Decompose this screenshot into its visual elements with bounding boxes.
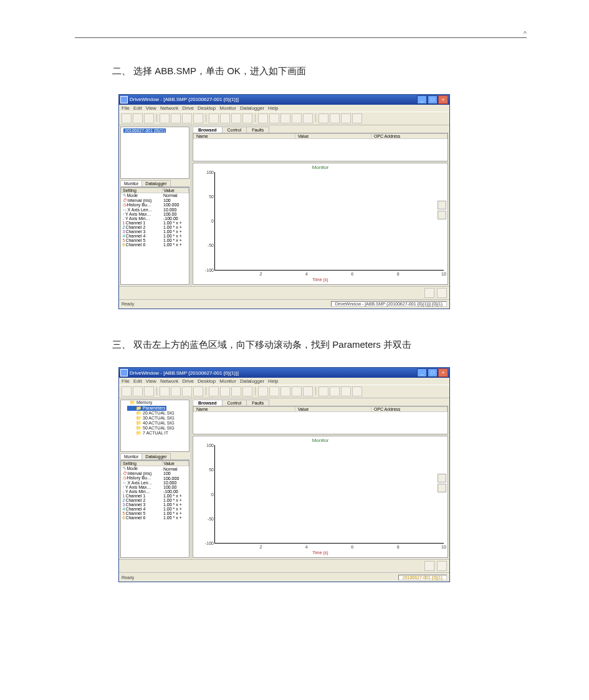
col-opc[interactable]: OPC Address bbox=[371, 133, 447, 138]
drive-tree[interactable]: Memory Parameters 20 ACTUAL SIG 30 ACTUA… bbox=[120, 400, 189, 452]
settings-grid[interactable]: SettingValue ModeNormal Interval (ms)100… bbox=[120, 187, 189, 285]
menu-drive[interactable]: Drive bbox=[182, 105, 194, 111]
menu-edit[interactable]: Edit bbox=[133, 378, 142, 384]
toolbar-button[interactable] bbox=[258, 113, 268, 123]
tab-datalogger[interactable]: Datalogger bbox=[141, 453, 170, 459]
toolbar-button[interactable] bbox=[258, 386, 268, 396]
menu-monitor[interactable]: Monitor bbox=[219, 105, 236, 111]
chart-zoom-button[interactable] bbox=[438, 474, 446, 482]
menu-desktop[interactable]: Desktop bbox=[198, 378, 216, 384]
menu-datalogger[interactable]: Datalogger bbox=[240, 378, 264, 384]
menu-datalogger[interactable]: Datalogger bbox=[240, 105, 264, 111]
tree-selected-node[interactable]: 20100627-001 {0}{1} bbox=[123, 128, 166, 133]
toolbar-button[interactable] bbox=[303, 386, 313, 396]
toolbar-button[interactable] bbox=[318, 386, 328, 396]
tab-browsed[interactable]: Browsed bbox=[193, 127, 223, 133]
menu-drive[interactable]: Drive bbox=[182, 378, 194, 384]
save-icon[interactable] bbox=[424, 288, 434, 298]
tree-node-parameters[interactable]: Parameters bbox=[127, 406, 166, 411]
close-button[interactable]: × bbox=[438, 95, 448, 104]
toolbar-button[interactable] bbox=[242, 113, 252, 123]
toolbar-button[interactable] bbox=[133, 386, 143, 396]
col-value[interactable]: Value bbox=[295, 133, 371, 138]
toolbar-button[interactable] bbox=[231, 113, 241, 123]
minimize-button[interactable]: _ bbox=[417, 95, 427, 104]
toolbar-button[interactable] bbox=[269, 113, 279, 123]
tab-faults[interactable]: Faults bbox=[246, 400, 269, 406]
toolbar-button[interactable] bbox=[231, 386, 241, 396]
toolbar-button[interactable] bbox=[122, 386, 132, 396]
toolbar-button[interactable] bbox=[171, 113, 181, 123]
tab-monitor[interactable]: Monitor bbox=[120, 180, 142, 186]
menu-monitor[interactable]: Monitor bbox=[219, 378, 236, 384]
toolbar-button[interactable] bbox=[280, 113, 290, 123]
toolbar-button[interactable] bbox=[341, 386, 351, 396]
toolbar-button[interactable] bbox=[220, 113, 230, 123]
save-icon[interactable] bbox=[424, 561, 434, 571]
tab-faults[interactable]: Faults bbox=[246, 127, 269, 133]
chart-zoom-button[interactable] bbox=[438, 201, 446, 209]
menu-desktop[interactable]: Desktop bbox=[198, 105, 216, 111]
drive-tree[interactable]: 20100627-001 {0}{1} bbox=[120, 127, 189, 179]
toolbar-button[interactable] bbox=[160, 386, 170, 396]
col-name[interactable]: Name bbox=[194, 133, 295, 138]
tab-control[interactable]: Control bbox=[222, 400, 247, 406]
chart-zoom-button[interactable] bbox=[438, 484, 446, 492]
titlebar[interactable]: DriveWindow - [ABB.SMP {20100627-001 {0}… bbox=[119, 95, 449, 105]
col-value[interactable]: Value bbox=[162, 188, 189, 193]
maximize-button[interactable]: □ bbox=[428, 95, 438, 104]
toolbar-button[interactable] bbox=[133, 113, 143, 123]
toolbar-button[interactable] bbox=[182, 386, 192, 396]
col-name[interactable]: Name bbox=[194, 407, 295, 412]
toolbar-button[interactable] bbox=[182, 113, 192, 123]
menu-help[interactable]: Help bbox=[268, 105, 278, 111]
toolbar-button[interactable] bbox=[144, 386, 154, 396]
toolbar-button[interactable] bbox=[352, 113, 362, 123]
toolbar-button[interactable] bbox=[171, 386, 181, 396]
menu-view[interactable]: View bbox=[146, 378, 156, 384]
menu-network[interactable]: Network bbox=[160, 105, 178, 111]
toolbar-button[interactable] bbox=[292, 386, 302, 396]
chart-zoom-button[interactable] bbox=[438, 211, 446, 219]
maximize-button[interactable]: □ bbox=[428, 368, 438, 377]
toolbar-button[interactable] bbox=[144, 113, 154, 123]
col-value[interactable]: Value bbox=[295, 407, 371, 412]
toolbar-button[interactable] bbox=[220, 386, 230, 396]
toolbar-button[interactable] bbox=[209, 113, 219, 123]
tree-child[interactable]: 50 ACTUAL SIG bbox=[121, 426, 189, 431]
menu-file[interactable]: File bbox=[122, 105, 130, 111]
tree-child[interactable]: 7 ACTUAL IT bbox=[121, 431, 189, 436]
tree-node-memory[interactable]: Memory bbox=[121, 400, 189, 405]
toolbar-button[interactable] bbox=[209, 386, 219, 396]
toolbar-button[interactable] bbox=[269, 386, 279, 396]
toolbar-button[interactable] bbox=[330, 113, 340, 123]
toolbar-button[interactable] bbox=[318, 113, 328, 123]
toolbar-button[interactable] bbox=[303, 113, 313, 123]
col-value[interactable]: Value bbox=[162, 461, 189, 466]
toolbar-button[interactable] bbox=[193, 113, 203, 123]
toolbar-button[interactable] bbox=[352, 386, 362, 396]
toolbar-button[interactable] bbox=[330, 386, 340, 396]
toolbar-button[interactable] bbox=[242, 386, 252, 396]
col-opc[interactable]: OPC Address bbox=[371, 407, 447, 412]
menu-edit[interactable]: Edit bbox=[133, 105, 142, 111]
settings-grid[interactable]: SettingValue ModeNormal Interval (ms)100… bbox=[120, 460, 189, 558]
refresh-icon[interactable] bbox=[437, 561, 447, 571]
toolbar-button[interactable] bbox=[280, 386, 290, 396]
tree-child[interactable]: 40 ACTUAL SIG bbox=[121, 421, 189, 426]
col-setting[interactable]: Setting bbox=[122, 461, 163, 466]
toolbar-button[interactable] bbox=[292, 113, 302, 123]
close-button[interactable]: × bbox=[438, 368, 448, 377]
tab-control[interactable]: Control bbox=[222, 127, 247, 133]
titlebar[interactable]: DriveWindow - [ABB.SMP {20100627-001 {0}… bbox=[119, 368, 449, 378]
menu-view[interactable]: View bbox=[146, 105, 156, 111]
tree-child[interactable]: 30 ACTUAL SIG bbox=[121, 416, 189, 421]
col-setting[interactable]: Setting bbox=[122, 188, 163, 193]
menu-help[interactable]: Help bbox=[268, 378, 278, 384]
menu-network[interactable]: Network bbox=[160, 378, 178, 384]
menu-file[interactable]: File bbox=[122, 378, 130, 384]
toolbar-button[interactable] bbox=[160, 113, 170, 123]
toolbar-button[interactable] bbox=[122, 113, 132, 123]
param-list[interactable]: Name Value OPC Address bbox=[193, 406, 448, 434]
toolbar-button[interactable] bbox=[341, 113, 351, 123]
